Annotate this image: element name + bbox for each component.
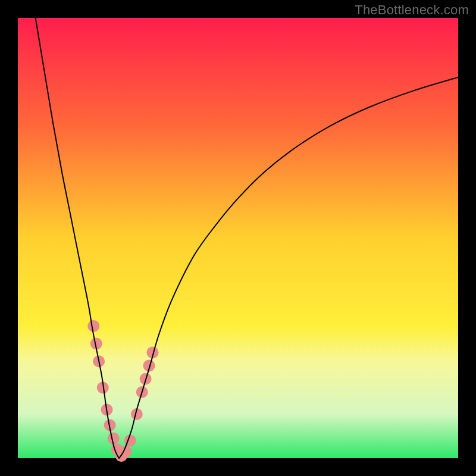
curve-right [119,77,458,458]
chart-svg [18,18,458,458]
chart-frame: TheBottleneck.com [0,0,476,476]
watermark-label: TheBottleneck.com [355,2,469,18]
marker-layer [87,320,158,462]
highlight-dot [87,320,99,332]
